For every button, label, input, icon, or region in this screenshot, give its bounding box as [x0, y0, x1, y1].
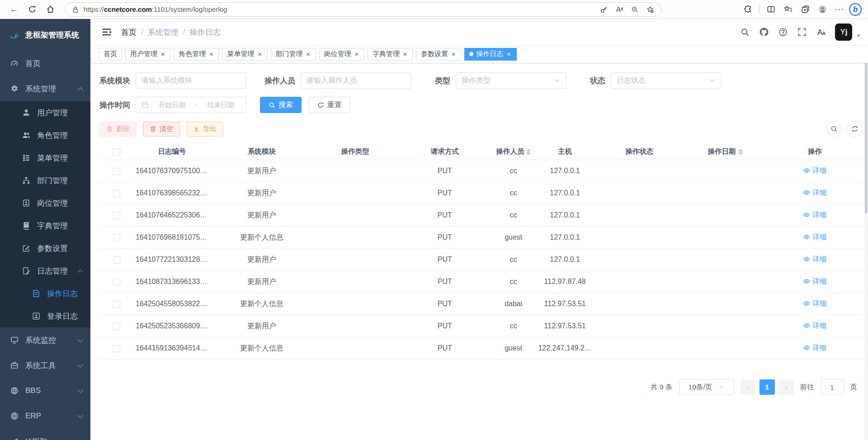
- browser-reload-button[interactable]: [24, 2, 40, 17]
- reset-button[interactable]: 重置: [309, 97, 350, 113]
- read-aloud-icon[interactable]: [613, 3, 626, 16]
- tab-label: 岗位管理: [324, 50, 351, 58]
- profile-avatar-icon[interactable]: [815, 2, 830, 17]
- detail-link[interactable]: 详细: [803, 166, 826, 175]
- font-size-icon[interactable]: [813, 24, 829, 40]
- toggle-search-button[interactable]: [826, 121, 842, 137]
- delete-button[interactable]: 删除: [99, 122, 137, 137]
- help-icon[interactable]: [775, 24, 791, 40]
- more-menu-icon[interactable]: ···: [832, 2, 847, 17]
- sidebar-item-操作日志[interactable]: 操作日志: [0, 282, 90, 305]
- extensions-icon[interactable]: [740, 2, 755, 17]
- operator-input[interactable]: [307, 76, 406, 85]
- detail-link[interactable]: 详细: [803, 232, 826, 242]
- detail-link[interactable]: 详细: [803, 277, 826, 286]
- sidebar-item-用户管理[interactable]: 用户管理: [0, 101, 90, 124]
- close-icon[interactable]: ×: [402, 51, 408, 58]
- sort-icon[interactable]: [526, 149, 531, 155]
- detail-link[interactable]: 详细: [803, 343, 826, 353]
- sidebar-item-部门管理[interactable]: 部门管理: [0, 169, 90, 192]
- tab-字典管理[interactable]: 字典管理×: [368, 48, 413, 61]
- page-size-select[interactable]: 10条/页: [679, 379, 734, 395]
- fullscreen-icon[interactable]: [794, 24, 810, 40]
- search-button[interactable]: 搜索: [260, 97, 302, 113]
- sidebar-item-岗位管理[interactable]: 岗位管理: [0, 192, 90, 214]
- address-bar[interactable]: https://ccnetcore.com:1101/system/log/op…: [65, 2, 662, 17]
- next-page-button[interactable]: ›: [778, 379, 794, 395]
- favorite-add-icon[interactable]: [643, 3, 657, 16]
- favorites-bar-icon[interactable]: [780, 2, 796, 17]
- detail-link[interactable]: 详细: [803, 299, 826, 308]
- sidebar-item-菜单管理[interactable]: 菜单管理: [0, 147, 90, 169]
- sidebar-item-系统管理[interactable]: 系统管理: [0, 76, 90, 101]
- user-avatar[interactable]: Yj: [835, 24, 852, 41]
- module-input[interactable]: [142, 76, 241, 85]
- sidebar-item-Yi框架[interactable]: Yi框架: [0, 429, 90, 440]
- close-icon[interactable]: ×: [506, 51, 511, 58]
- goto-page-input[interactable]: [821, 379, 844, 395]
- sidebar-item-系统工具[interactable]: 系统工具: [0, 353, 90, 378]
- breadcrumb-item-首页[interactable]: 首页: [121, 27, 137, 38]
- sidebar-item-BBS[interactable]: BBS: [0, 378, 90, 403]
- tab-菜单管理[interactable]: 菜单管理×: [222, 48, 267, 61]
- row-checkbox[interactable]: [113, 301, 120, 308]
- sidebar-item-字典管理[interactable]: 字典管理: [0, 214, 90, 237]
- tab-用户管理[interactable]: 用户管理×: [125, 48, 170, 61]
- tab-部门管理[interactable]: 部门管理×: [271, 48, 316, 61]
- row-checkbox[interactable]: [113, 323, 120, 330]
- tab-角色管理[interactable]: 角色管理×: [174, 48, 219, 61]
- avatar-caret-icon[interactable]: ▾: [857, 32, 860, 41]
- sidebar-item-参数设置[interactable]: 参数设置: [0, 237, 90, 260]
- sidebar-item-角色管理[interactable]: 角色管理: [0, 124, 90, 147]
- row-checkbox[interactable]: [113, 279, 120, 286]
- row-checkbox[interactable]: [113, 234, 120, 241]
- row-checkbox[interactable]: [113, 168, 120, 175]
- detail-link[interactable]: 详细: [803, 255, 826, 264]
- close-icon[interactable]: ×: [257, 51, 262, 58]
- browser-home-button[interactable]: [42, 2, 58, 17]
- tab-岗位管理[interactable]: 岗位管理×: [319, 48, 364, 61]
- sidebar-item-登录日志[interactable]: 登录日志: [0, 305, 90, 327]
- page-number-1[interactable]: 1: [760, 379, 775, 395]
- status-select[interactable]: 日志状态: [611, 72, 722, 89]
- sidebar-item-日志管理[interactable]: 日志管理: [0, 260, 90, 282]
- date-range-picker[interactable]: 开始日期 - 结束日期: [136, 97, 246, 113]
- detail-link[interactable]: 详细: [803, 321, 826, 331]
- sort-icon[interactable]: [738, 149, 743, 155]
- tab-参数设置[interactable]: 参数设置×: [416, 48, 461, 61]
- prev-page-button[interactable]: ‹: [741, 379, 756, 395]
- sidebar-item-ERP[interactable]: ERP: [0, 403, 90, 429]
- sidebar-item-系统监控[interactable]: 系统监控: [0, 327, 90, 353]
- clear-button[interactable]: 清空: [143, 122, 180, 137]
- header-search-icon[interactable]: [737, 24, 753, 40]
- tab-首页[interactable]: 首页: [99, 48, 122, 61]
- column-header-操作人员[interactable]: 操作人员: [492, 147, 534, 156]
- browser-back-button[interactable]: ←: [6, 2, 22, 17]
- row-checkbox[interactable]: [113, 190, 120, 197]
- detail-link[interactable]: 详细: [803, 188, 826, 198]
- close-icon[interactable]: ×: [208, 51, 214, 58]
- zoom-out-icon[interactable]: [628, 3, 642, 16]
- row-checkbox[interactable]: [113, 345, 120, 352]
- bing-chat-icon[interactable]: b: [849, 3, 862, 16]
- close-icon[interactable]: ×: [306, 51, 311, 58]
- split-screen-icon[interactable]: [763, 2, 778, 17]
- password-key-icon[interactable]: [597, 3, 611, 16]
- page-scrollbar[interactable]: [864, 19, 868, 440]
- close-icon[interactable]: ×: [451, 51, 456, 58]
- column-header-操作日期[interactable]: 操作日期: [683, 147, 767, 156]
- detail-link[interactable]: 详细: [803, 210, 826, 220]
- close-icon[interactable]: ×: [354, 51, 359, 58]
- collections-icon[interactable]: [797, 2, 813, 17]
- select-all-checkbox[interactable]: [113, 148, 120, 156]
- row-checkbox[interactable]: [113, 256, 120, 264]
- export-button[interactable]: 导出: [186, 122, 223, 137]
- tab-操作日志[interactable]: 操作日志×: [464, 48, 516, 61]
- github-icon[interactable]: [756, 24, 772, 40]
- sidebar-collapse-button[interactable]: [99, 24, 115, 40]
- type-select[interactable]: 操作类型: [456, 72, 566, 89]
- refresh-table-button[interactable]: [847, 121, 863, 137]
- row-checkbox[interactable]: [113, 212, 120, 219]
- close-icon[interactable]: ×: [160, 51, 165, 58]
- sidebar-item-首页[interactable]: 首页: [0, 51, 90, 76]
